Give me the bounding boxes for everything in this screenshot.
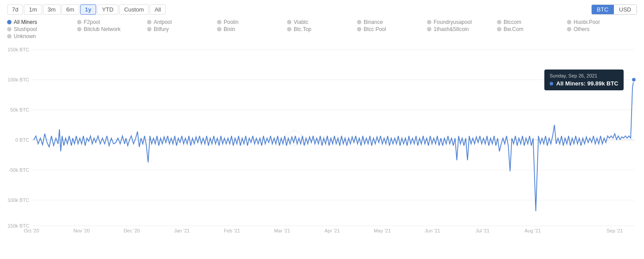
legend-item-huobipool[interactable]: Huobi.Pool: [567, 19, 637, 25]
legend-dot-all-miners: [7, 20, 12, 24]
legend-dot-1thash: [427, 27, 431, 31]
time-controls: 7d 1m 3m 6m 1y YTD Custom All BTC USD: [7, 4, 637, 15]
ylabel-0: 0 BTC: [16, 137, 29, 143]
ylabel-100k: 100k BTC: [8, 77, 29, 82]
btn-1y[interactable]: 1y: [80, 4, 96, 15]
btn-custom[interactable]: Custom: [119, 4, 149, 15]
ylabel-50k: 50k BTC: [10, 107, 29, 112]
xlabel-feb21: Feb '21: [224, 228, 240, 233]
legend-item-slushpool[interactable]: Slushpool: [7, 26, 77, 32]
legend-label-btctop: Btc.Top: [294, 26, 311, 32]
legend-item-bitclub[interactable]: Bitclub Network: [77, 26, 147, 32]
legend-label-btccpool: Btcc Pool: [364, 26, 386, 32]
legend-item-f2pool[interactable]: F2pool: [77, 19, 147, 25]
legend-label-btccom: Btccom: [504, 19, 521, 25]
chart-endpoint-dot: [632, 77, 636, 82]
btn-ytd[interactable]: YTD: [97, 4, 118, 15]
btn-1m[interactable]: 1m: [24, 4, 42, 15]
legend-label-antpool: Antpool: [154, 19, 172, 25]
legend-label-1thash: 1thash&58coin: [434, 26, 469, 32]
legend-item-bitfury[interactable]: Bitfury: [147, 26, 217, 32]
legend-label-bixin: Bixin: [224, 26, 235, 32]
legend-item-others[interactable]: Others: [567, 26, 637, 32]
legend-dot-bwcom: [497, 27, 501, 31]
legend-label-bitclub: Bitclub Network: [84, 26, 120, 32]
currency-toggle: BTC USD: [591, 4, 637, 15]
legend-dot-binance: [357, 20, 361, 24]
legend-item-binance[interactable]: Binance: [357, 19, 427, 25]
legend-item-btccom[interactable]: Btccom: [497, 19, 567, 25]
legend: All Miners F2pool Antpool Poolin Viabtc …: [7, 19, 637, 39]
legend-label-others: Others: [574, 26, 590, 32]
btn-all[interactable]: All: [150, 4, 166, 15]
legend-label-viabtc: Viabtc: [294, 19, 308, 25]
legend-dot-btctop: [287, 27, 291, 31]
legend-label-huobipool: Huobi.Pool: [574, 19, 600, 25]
chart-svg: 150k BTC 100k BTC 50k BTC 0 BTC -50k BTC…: [7, 43, 637, 233]
legend-label-binance: Binance: [364, 19, 383, 25]
xlabel-mar21: Mar '21: [274, 228, 290, 233]
legend-dot-btccom: [497, 20, 501, 24]
xlabel-aug21: Aug '21: [524, 228, 541, 233]
legend-item-poolin[interactable]: Poolin: [217, 19, 287, 25]
legend-dot-unknown: [7, 34, 12, 39]
legend-dot-antpool: [147, 20, 151, 24]
time-buttons-group: 7d 1m 3m 6m 1y YTD Custom All: [7, 4, 166, 15]
legend-dot-slushpool: [7, 27, 12, 31]
legend-dot-bitclub: [77, 27, 81, 31]
legend-dot-f2pool: [77, 20, 81, 24]
btn-usd[interactable]: USD: [614, 5, 636, 14]
btn-btc[interactable]: BTC: [592, 5, 614, 14]
main-container: 7d 1m 3m 6m 1y YTD Custom All BTC USD Al…: [0, 0, 644, 259]
legend-item-all-miners[interactable]: All Miners: [7, 19, 77, 25]
xlabel-apr21: Apr '21: [325, 228, 340, 233]
legend-label-all-miners: All Miners: [14, 19, 37, 25]
xlabel-jun21: Jun '21: [425, 228, 440, 233]
legend-label-foundryusapool: Foundryusapool: [434, 19, 472, 25]
chart-line-all-miners: [34, 80, 634, 211]
ylabel-150k: 150k BTC: [8, 47, 29, 52]
legend-item-bixin[interactable]: Bixin: [217, 26, 287, 32]
ylabel-neg50k: -50k BTC: [9, 167, 30, 173]
legend-item-1thash[interactable]: 1thash&58coin: [427, 26, 497, 32]
legend-dot-bitfury: [147, 27, 151, 31]
ylabel-neg100k: -100k BTC: [7, 197, 29, 203]
legend-item-viabtc[interactable]: Viabtc: [287, 19, 357, 25]
legend-dot-bixin: [217, 27, 221, 31]
legend-label-bwcom: Bw.Com: [504, 26, 524, 32]
chart-area: intotheblock 150k BTC 100k BTC 50k BTC 0…: [7, 43, 637, 233]
legend-dot-poolin: [217, 20, 221, 24]
xlabel-jul21: Jul '21: [476, 228, 489, 233]
legend-item-bwcom[interactable]: Bw.Com: [497, 26, 567, 32]
legend-dot-viabtc: [287, 20, 291, 24]
xlabel-oct20: Oct '20: [24, 228, 39, 233]
legend-item-btccpool[interactable]: Btcc Pool: [357, 26, 427, 32]
legend-label-bitfury: Bitfury: [154, 26, 169, 32]
legend-label-poolin: Poolin: [224, 19, 238, 25]
btn-7d[interactable]: 7d: [7, 4, 23, 15]
legend-dot-huobipool: [567, 20, 571, 24]
btn-3m[interactable]: 3m: [43, 4, 61, 15]
legend-item-btctop[interactable]: Btc.Top: [287, 26, 357, 32]
xlabel-may21: May '21: [374, 228, 391, 233]
legend-label-slushpool: Slushpool: [14, 26, 37, 32]
legend-dot-others: [567, 27, 571, 31]
legend-item-antpool[interactable]: Antpool: [147, 19, 217, 25]
xlabel-dec20: Dec '20: [124, 228, 140, 233]
xlabel-sep21: Sep '21: [606, 228, 623, 233]
legend-dot-foundryusapool: [427, 20, 431, 24]
legend-label-f2pool: F2pool: [84, 19, 100, 25]
legend-dot-btccpool: [357, 27, 361, 31]
btn-6m[interactable]: 6m: [62, 4, 79, 15]
legend-item-foundryusapool[interactable]: Foundryusapool: [427, 19, 497, 25]
legend-label-unknown: Unknown: [14, 33, 36, 39]
xlabel-nov20: Nov '20: [74, 228, 90, 233]
legend-item-unknown[interactable]: Unknown: [7, 33, 77, 39]
xlabel-jan21: Jan '21: [174, 228, 190, 233]
